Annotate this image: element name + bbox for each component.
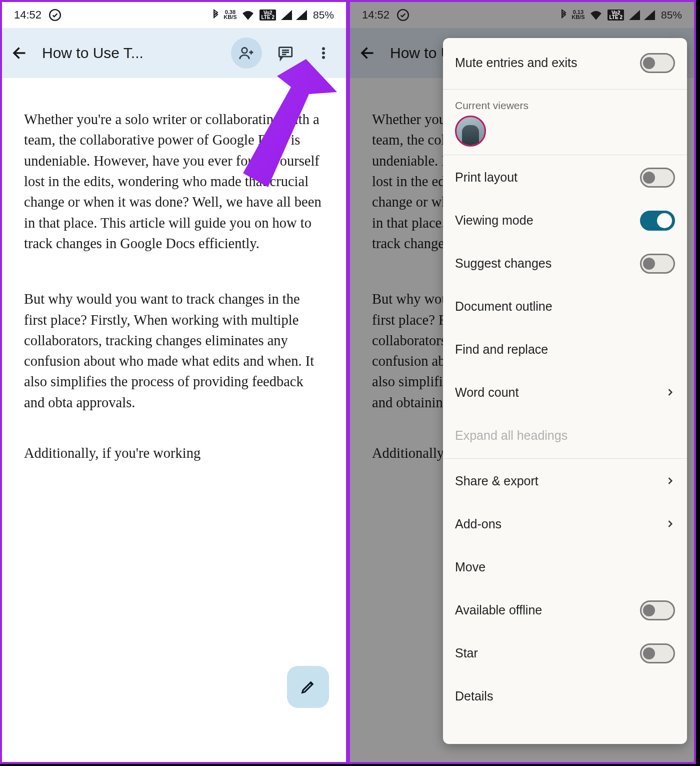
checkmark-circle-icon	[396, 9, 410, 22]
menu-divider	[443, 458, 687, 459]
app-bar: How to Use T...	[2, 28, 346, 78]
status-bar: 14:52 0.38KB/S Vo2LTE 2 85%	[2, 2, 346, 28]
checkmark-circle-icon	[48, 9, 62, 22]
paragraph-1: Whether you're a solo writer or collabor…	[24, 109, 324, 254]
menu-share-export[interactable]: Share & export	[443, 460, 687, 503]
back-button[interactable]	[10, 44, 30, 62]
menu-print-layout[interactable]: Print layout	[443, 156, 687, 199]
svg-point-5	[322, 56, 325, 59]
net-speed: 0.38KB/S	[224, 10, 236, 20]
document-body[interactable]: Whether you're a solo writer or collabor…	[2, 78, 346, 505]
pencil-icon	[300, 678, 316, 695]
signal-icon-2	[644, 10, 655, 20]
viewer-avatars	[443, 116, 687, 154]
menu-document-outline[interactable]: Document outline	[443, 285, 687, 328]
wifi-icon	[242, 10, 254, 20]
bluetooth-icon	[212, 9, 220, 21]
offline-toggle[interactable]	[640, 600, 675, 620]
status-bar: 14:52 0.13KB/S Vo2LTE 2 85%	[350, 2, 694, 28]
menu-divider	[443, 155, 687, 155]
edit-fab[interactable]	[287, 666, 329, 708]
chevron-right-icon	[665, 517, 675, 532]
comments-button[interactable]	[271, 39, 300, 68]
paragraph-3: Additionally, if you're working	[24, 443, 324, 463]
bluetooth-icon	[560, 9, 568, 21]
menu-move[interactable]: Move	[443, 546, 687, 589]
signal-icon	[629, 10, 640, 20]
svg-point-4	[322, 52, 325, 55]
menu-viewing-mode[interactable]: Viewing mode	[443, 199, 687, 242]
signal-icon	[281, 10, 292, 20]
doc-title[interactable]: How to Use T...	[36, 45, 222, 62]
svg-point-1	[242, 48, 248, 53]
net-speed: 0.13KB/S	[572, 10, 584, 20]
battery-text: 85%	[661, 9, 682, 21]
paragraph-2: But why would you want to track changes …	[24, 289, 324, 413]
menu-available-offline[interactable]: Available offline	[443, 589, 687, 632]
svg-point-7	[398, 10, 408, 21]
battery-text: 85%	[313, 9, 334, 21]
print-layout-toggle[interactable]	[640, 168, 675, 188]
current-viewers-label: Current viewers	[443, 91, 687, 116]
svg-point-3	[322, 47, 325, 50]
options-menu: Mute entries and exits Current viewers P…	[443, 38, 687, 744]
suggest-changes-toggle[interactable]	[640, 254, 675, 274]
more-options-button[interactable]	[309, 39, 338, 68]
menu-addons[interactable]: Add-ons	[443, 503, 687, 546]
status-time: 14:52	[362, 9, 390, 22]
phone-left: 14:52 0.38KB/S Vo2LTE 2 85% How to Use T…	[0, 0, 348, 764]
menu-mute-entries[interactable]: Mute entries and exits	[443, 38, 687, 88]
chevron-right-icon	[665, 474, 675, 489]
status-time: 14:52	[14, 9, 42, 22]
menu-star[interactable]: Star	[443, 632, 687, 675]
menu-expand-headings: Expand all headings	[443, 414, 687, 457]
wifi-icon	[590, 10, 602, 20]
chevron-right-icon	[665, 386, 675, 400]
lte-badge: Vo2LTE 2	[260, 10, 276, 21]
svg-point-0	[50, 10, 60, 21]
mute-toggle[interactable]	[640, 53, 675, 73]
signal-icon-2	[296, 10, 307, 20]
viewing-mode-toggle[interactable]	[640, 211, 675, 231]
menu-details[interactable]: Details	[443, 675, 687, 718]
add-person-button[interactable]	[231, 38, 262, 69]
viewer-avatar[interactable]	[455, 116, 486, 147]
menu-word-count[interactable]: Word count	[443, 371, 687, 414]
menu-find-replace[interactable]: Find and replace	[443, 328, 687, 371]
phone-right: 14:52 0.13KB/S Vo2LTE 2 85% How to Use T…	[348, 0, 696, 764]
menu-suggest-changes[interactable]: Suggest changes	[443, 242, 687, 285]
menu-divider	[443, 89, 687, 90]
star-toggle[interactable]	[640, 643, 675, 663]
lte-badge: Vo2LTE 2	[608, 10, 624, 21]
